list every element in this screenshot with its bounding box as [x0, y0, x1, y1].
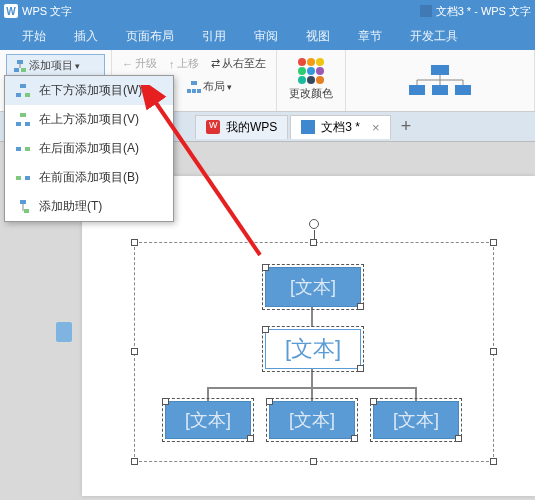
add-below-item[interactable]: 在下方添加项目(W) — [5, 76, 173, 105]
wps-icon — [206, 120, 220, 134]
ribbon: 添加项目 ▾ ←升级 ↑上移 ⇄从右至左 → ↓下移 布局▾ 更改颜色 — [0, 50, 535, 112]
rtl-button[interactable]: ⇄从右至左 — [207, 54, 270, 73]
resize-handle[interactable] — [131, 348, 138, 355]
add-after-item[interactable]: 在后面添加项目(A) — [5, 134, 173, 163]
svg-rect-2 — [21, 68, 26, 72]
arrow-left-icon: ← — [122, 58, 133, 70]
svg-rect-17 — [20, 84, 26, 88]
connector — [415, 387, 417, 401]
svg-rect-19 — [25, 93, 30, 97]
chevron-down-icon: ▾ — [75, 61, 80, 71]
svg-rect-1 — [14, 68, 19, 72]
layout-icon — [187, 80, 201, 94]
add-above-item[interactable]: 在上方添加项目(V) — [5, 105, 173, 134]
add-assistant-label: 添加助理(T) — [39, 198, 102, 215]
rtl-icon: ⇄ — [211, 57, 220, 70]
org-node-leaf1[interactable]: [文本] — [165, 401, 251, 439]
doc-icon — [301, 120, 315, 134]
rotate-handle[interactable] — [309, 219, 319, 229]
svg-rect-7 — [197, 89, 201, 93]
resize-handle[interactable] — [490, 348, 497, 355]
app-title: WPS 文字 — [22, 4, 72, 19]
doc-status: 文档3 * - WPS 文字 — [436, 4, 531, 19]
tab-insert[interactable]: 插入 — [62, 23, 110, 50]
tab-start[interactable]: 开始 — [10, 23, 58, 50]
change-color-label: 更改颜色 — [289, 86, 333, 101]
move-up-button[interactable]: ↑上移 — [165, 54, 203, 73]
main-tabs: 开始 插入 页面布局 引用 审阅 视图 章节 开发工具 — [0, 22, 535, 50]
doc-tab-doc3-label: 文档3 * — [321, 119, 360, 136]
connector — [311, 387, 313, 401]
doc-tab-doc3[interactable]: 文档3 * × — [290, 115, 390, 139]
add-after-label: 在后面添加项目(A) — [39, 140, 139, 157]
org-node-child[interactable]: [文本] — [265, 329, 361, 369]
org-node-leaf2-text: [文本] — [289, 408, 335, 432]
org-node-leaf3-text: [文本] — [393, 408, 439, 432]
layout-label: 布局 — [203, 79, 225, 94]
connector — [311, 307, 313, 327]
add-item-dropdown: 在下方添加项目(W) 在上方添加项目(V) 在后面添加项目(A) 在前面添加项目… — [4, 75, 174, 222]
svg-rect-25 — [16, 176, 21, 180]
svg-rect-23 — [16, 147, 21, 151]
add-before-icon — [15, 170, 31, 186]
arrow-up-icon: ↑ — [169, 58, 175, 70]
new-tab-button[interactable]: + — [393, 116, 420, 137]
promote-button[interactable]: ←升级 — [118, 54, 161, 73]
titlebar: W WPS 文字 文档3 * - WPS 文字 — [0, 0, 535, 22]
org-node-leaf3[interactable]: [文本] — [373, 401, 459, 439]
change-color-button[interactable]: 更改颜色 — [283, 54, 339, 105]
add-before-item[interactable]: 在前面添加项目(B) — [5, 163, 173, 192]
connector — [207, 387, 209, 401]
tab-review[interactable]: 审阅 — [242, 23, 290, 50]
svg-rect-24 — [25, 147, 30, 151]
svg-rect-21 — [16, 122, 21, 126]
org-chart-style-icon — [405, 63, 475, 99]
rtl-label: 从右至左 — [222, 56, 266, 71]
add-item-button[interactable]: 添加项目 ▾ — [6, 54, 105, 77]
page-canvas[interactable]: [文本] [文本] [文本] [文本] [文本] — [82, 176, 535, 496]
resize-handle[interactable] — [310, 239, 317, 246]
svg-rect-9 — [409, 85, 425, 95]
svg-rect-0 — [17, 60, 23, 64]
svg-rect-10 — [432, 85, 448, 95]
resize-handle[interactable] — [131, 239, 138, 246]
promote-label: 升级 — [135, 56, 157, 71]
svg-rect-27 — [20, 200, 26, 204]
resize-handle[interactable] — [490, 239, 497, 246]
add-above-icon — [15, 112, 31, 128]
tab-chapter[interactable]: 章节 — [346, 23, 394, 50]
app-logo: W — [4, 4, 18, 18]
org-node-leaf2[interactable]: [文本] — [269, 401, 355, 439]
page-marker-icon — [56, 322, 72, 342]
org-node-leaf1-text: [文本] — [185, 408, 231, 432]
chevron-down-icon: ▾ — [227, 82, 232, 92]
add-item-icon — [13, 59, 27, 73]
tab-dev[interactable]: 开发工具 — [398, 23, 470, 50]
layout-button[interactable]: 布局▾ — [183, 77, 236, 96]
diagram-frame[interactable]: [文本] [文本] [文本] [文本] [文本] — [134, 242, 494, 462]
doc-icon — [420, 5, 432, 17]
add-after-icon — [15, 141, 31, 157]
resize-handle[interactable] — [310, 458, 317, 465]
tab-page-layout[interactable]: 页面布局 — [114, 23, 186, 50]
svg-rect-20 — [20, 113, 26, 117]
close-icon[interactable]: × — [372, 120, 380, 135]
tab-reference[interactable]: 引用 — [190, 23, 238, 50]
svg-rect-26 — [25, 176, 30, 180]
doc-tab-mywps[interactable]: 我的WPS — [195, 115, 288, 139]
svg-rect-5 — [187, 89, 191, 93]
resize-handle[interactable] — [131, 458, 138, 465]
svg-rect-18 — [16, 93, 21, 97]
org-node-root[interactable]: [文本] — [265, 267, 361, 307]
org-node-child-text: [文本] — [285, 334, 341, 364]
tab-view[interactable]: 视图 — [294, 23, 342, 50]
org-chart-style-button[interactable] — [385, 54, 495, 107]
svg-rect-4 — [191, 81, 197, 85]
add-assistant-item[interactable]: 添加助理(T) — [5, 192, 173, 221]
add-below-icon — [15, 83, 31, 99]
color-palette-icon — [298, 58, 324, 84]
svg-rect-28 — [24, 209, 29, 213]
resize-handle[interactable] — [490, 458, 497, 465]
add-assistant-icon — [15, 199, 31, 215]
svg-rect-6 — [192, 89, 196, 93]
